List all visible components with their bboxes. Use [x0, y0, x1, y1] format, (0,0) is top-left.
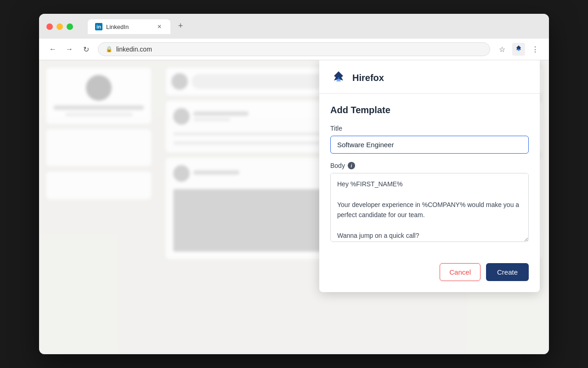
hirefox-logo-icon: [330, 69, 347, 86]
nav-buttons: ← → ↻: [46, 43, 92, 56]
bookmark-button[interactable]: ☆: [496, 43, 509, 56]
hirefox-body: Add Template Title Body i Hey %FIRST_NAM…: [319, 94, 540, 263]
create-button[interactable]: Create: [486, 263, 529, 281]
browser-window: in LinkedIn ✕ + ← → ↻: [39, 14, 549, 354]
title-bar: in LinkedIn ✕ +: [39, 14, 549, 39]
hirefox-panel-title: Hirefox: [352, 73, 384, 83]
hirefox-extension-button[interactable]: [512, 43, 525, 56]
hirefox-panel: Hirefox Add Template Title Body i: [319, 60, 540, 292]
more-options-button[interactable]: ⋮: [529, 43, 542, 56]
close-tab-button[interactable]: ✕: [156, 23, 163, 30]
address-bar: ← → ↻ 🔒 linkedin.com ☆ ⋮: [39, 39, 549, 60]
browser-actions: ☆ ⋮: [496, 43, 542, 56]
cancel-button[interactable]: Cancel: [440, 263, 481, 281]
tab-title: LinkedIn: [106, 23, 129, 30]
url-text: linkedin.com: [116, 46, 152, 53]
back-button[interactable]: ←: [46, 43, 59, 56]
forward-button[interactable]: →: [63, 43, 76, 56]
body-form-group: Body i Hey %FIRST_NAME% Your developer e…: [330, 162, 529, 244]
page-content: Hirefox Add Template Title Body i: [39, 60, 549, 354]
minimize-window-button[interactable]: [57, 23, 63, 30]
refresh-button[interactable]: ↻: [79, 43, 92, 56]
title-label: Title: [330, 125, 529, 132]
title-input[interactable]: [330, 136, 529, 154]
url-bar[interactable]: 🔒 linkedin.com: [98, 42, 490, 56]
form-actions: Cancel Create: [319, 263, 540, 292]
tab-favicon: in: [95, 23, 102, 30]
traffic-lights: [46, 23, 73, 30]
body-label: Body i: [330, 162, 529, 169]
lock-icon: 🔒: [106, 46, 113, 52]
tab-bar: in LinkedIn ✕ +: [88, 19, 542, 34]
maximize-window-button[interactable]: [67, 23, 73, 30]
body-info-icon: i: [348, 162, 355, 169]
new-tab-button[interactable]: +: [174, 19, 187, 32]
title-form-group: Title: [330, 125, 529, 154]
close-window-button[interactable]: [46, 23, 53, 30]
body-textarea[interactable]: Hey %FIRST_NAME% Your developer experien…: [330, 173, 529, 242]
form-title: Add Template: [330, 105, 529, 115]
active-tab[interactable]: in LinkedIn ✕: [88, 19, 170, 34]
hirefox-header: Hirefox: [319, 60, 540, 94]
